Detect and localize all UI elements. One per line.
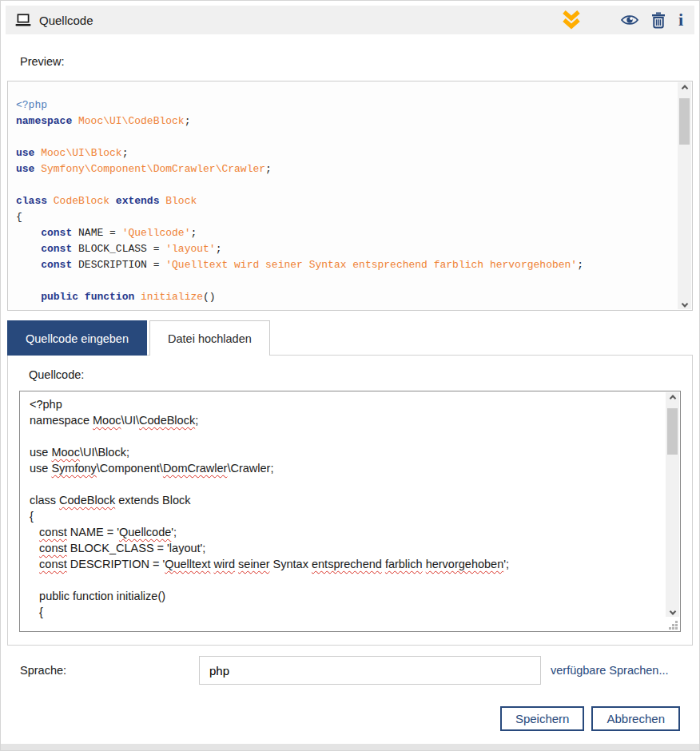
preview-code-line [16, 129, 668, 145]
scroll-down-icon[interactable] [678, 296, 691, 309]
preview-code-line: <?php [16, 97, 668, 113]
preview-code-line [16, 177, 668, 193]
editor-code-line: const BLOCK_CLASS = 'layout'; [30, 540, 656, 556]
editor-scrollbar[interactable] [666, 392, 679, 617]
preview-scrollbar[interactable] [678, 82, 691, 309]
tab-quellcode-eingeben[interactable]: Quellcode eingeben [7, 320, 147, 356]
editor-code-line [30, 572, 656, 588]
editor-code-line: const NAME = 'Quellcode'; [30, 524, 656, 540]
editor-code-line: const DESCRIPTION = 'Quelltext wird sein… [30, 556, 656, 572]
editor-code-line: { [30, 508, 656, 524]
scroll-up-icon[interactable] [666, 392, 679, 406]
scrollbar-thumb[interactable] [679, 98, 690, 145]
preview-code-line: { [16, 209, 668, 225]
preview-code-line: public function initialize() [16, 289, 668, 305]
preview-code-line: namespace Mooc\UI\CodeBlock; [16, 113, 668, 129]
preview-code-line: const DESCRIPTION = 'Quelltext wird sein… [16, 257, 668, 273]
tab-panel: Quellcode: <?phpnamespace Mooc\UI\CodeBl… [7, 355, 693, 646]
info-icon[interactable]: i [678, 11, 683, 29]
widget-title: Quellcode [39, 14, 93, 27]
language-label: Sprache: [20, 664, 199, 677]
preview-code-line: const NAME = 'Quellcode'; [16, 225, 668, 241]
double-chevron-down-icon[interactable] [562, 10, 581, 30]
preview-box: <?phpnamespace Mooc\UI\CodeBlock; use Mo… [7, 81, 693, 311]
preview-code-line: use Symfony\Component\DomCrawler\Crawler… [16, 161, 668, 177]
available-languages-link[interactable]: verfügbare Sprachen... [551, 664, 669, 677]
source-code-textarea[interactable]: <?phpnamespace Mooc\UI\CodeBlock; use Mo… [19, 391, 681, 632]
preview-label: Preview: [20, 55, 699, 70]
editor-code-line: use Mooc\UI\Block; [30, 444, 656, 460]
preview-code-line: const BLOCK_CLASS = 'layout'; [16, 241, 668, 257]
laptop-icon [15, 14, 31, 27]
editor-code-line: namespace Mooc\UI\CodeBlock; [30, 412, 656, 428]
editor-code-line: public function initialize() [30, 588, 656, 604]
editor-code-line: { [30, 604, 656, 620]
scroll-up-icon[interactable] [678, 82, 691, 96]
preview-code: <?phpnamespace Mooc\UI\CodeBlock; use Mo… [8, 81, 692, 305]
eye-icon[interactable] [621, 14, 638, 26]
editor-code-line: class CodeBlock extends Block [30, 492, 656, 508]
tab-bar: Quellcode eingebenDatei hochladen [7, 320, 699, 356]
scrollbar-thumb[interactable] [667, 408, 678, 455]
language-row: Sprache: verfügbare Sprachen... [1, 655, 693, 685]
resize-grip-icon[interactable] [668, 619, 678, 630]
editor-code-line [30, 476, 656, 492]
preview-code-line: use Mooc\UI\Block; [16, 145, 668, 161]
trash-icon[interactable] [651, 12, 666, 29]
language-input[interactable] [199, 656, 541, 685]
editor-code-line: use Symfony\Component\DomCrawler\Crawler… [30, 460, 656, 476]
save-button[interactable]: Speichern [500, 706, 585, 731]
tab-datei-hochladen[interactable]: Datei hochladen [149, 320, 270, 356]
editor-label: Quellcode: [29, 368, 681, 383]
cancel-button[interactable]: Abbrechen [591, 706, 680, 731]
quellcode-widget: Quellcode [0, 0, 700, 751]
editor-code-line: <?php [30, 396, 656, 412]
preview-code-line: class CodeBlock extends Block [16, 193, 668, 209]
action-buttons: Speichern Abbrechen [1, 706, 680, 731]
widget-footer-strip [1, 744, 699, 750]
scroll-down-icon[interactable] [666, 603, 679, 617]
editor-code-line [30, 428, 656, 444]
widget-header: Quellcode [6, 6, 694, 34]
preview-code-line [16, 273, 668, 289]
editor-code: <?phpnamespace Mooc\UI\CodeBlock; use Mo… [20, 391, 680, 620]
